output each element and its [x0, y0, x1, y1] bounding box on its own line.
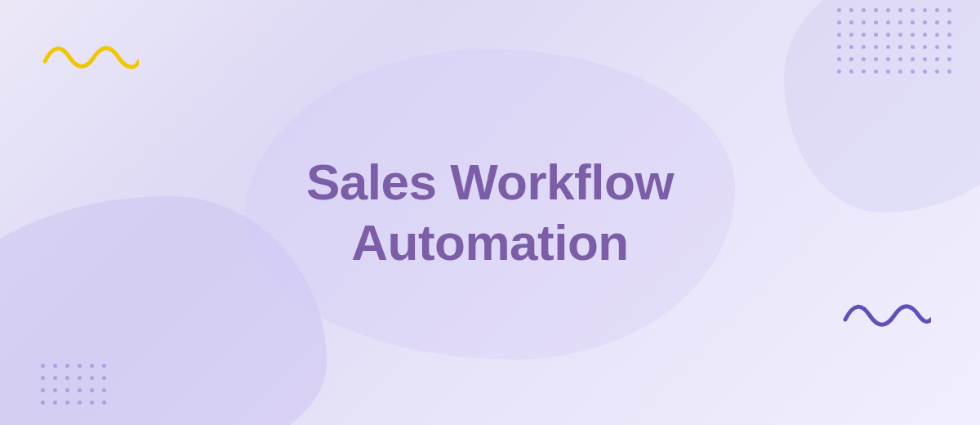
title-line2: Automation	[351, 214, 628, 271]
page-title: Sales Workflow Automation	[306, 152, 674, 274]
title-container: Sales Workflow Automation	[306, 152, 674, 274]
dots-top-right	[837, 8, 956, 78]
squiggle-bottom-right-icon	[841, 295, 931, 335]
title-line1: Sales Workflow	[306, 154, 674, 210]
squiggle-top-left-icon	[41, 37, 139, 77]
page-background: Sales Workflow Automation	[0, 0, 980, 425]
dots-bottom-left	[41, 364, 110, 409]
